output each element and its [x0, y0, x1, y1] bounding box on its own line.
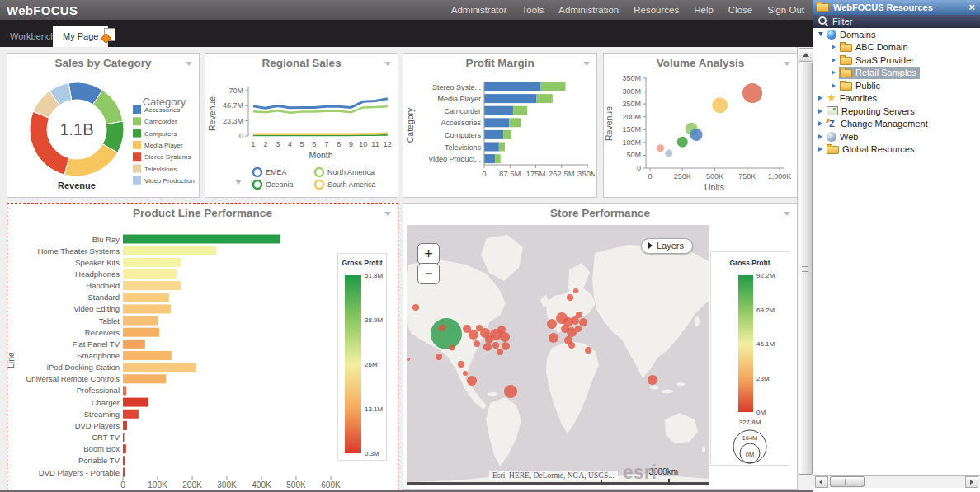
svg-text:Accessories: Accessories: [441, 119, 481, 127]
expand-arrow-icon[interactable]: [818, 109, 826, 114]
folder-icon: [840, 44, 852, 52]
legend-title: Gross Profit: [711, 259, 789, 267]
svg-text:150M: 150M: [622, 125, 641, 134]
layers-button[interactable]: Layers: [641, 238, 693, 254]
map-zoom-out-button[interactable]: −: [417, 263, 440, 284]
panel-menu-arrow[interactable]: [186, 62, 192, 66]
tree-item-global-resources[interactable]: Global Resources: [813, 143, 980, 157]
svg-text:70M: 70M: [229, 87, 243, 95]
layers-arrow-icon: [648, 242, 653, 249]
menu-item-administrator[interactable]: Administrator: [451, 5, 507, 15]
close-icon[interactable]: ×: [968, 2, 975, 12]
panel-title: Profit Margin: [403, 57, 596, 69]
svg-text:Revenue: Revenue: [207, 96, 217, 131]
svg-text:1.1B: 1.1B: [59, 120, 93, 138]
scroll-left-button[interactable]: [815, 476, 828, 488]
tree-item-label: Global Resources: [842, 144, 914, 154]
resources-panel-title: WebFOCUS Resources: [833, 2, 933, 12]
scroll-right-button[interactable]: [965, 476, 978, 488]
horizontal-scrollbar[interactable]: [813, 475, 980, 488]
tree-item-retail-samples[interactable]: Retail Samples: [813, 67, 980, 80]
svg-text:87.5M: 87.5M: [499, 169, 521, 178]
regional-sales-chart[interactable]: 023.3M46.7M70M123456789101112RevenueMont…: [205, 74, 396, 194]
svg-text:12: 12: [384, 139, 393, 148]
tree-item-label: SaaS Provider: [855, 55, 914, 65]
scrollbar-thumb[interactable]: [830, 476, 865, 487]
gross-profit-map-legend: Gross Profit92.2M69.2M46.1M23M0M327.8M16…: [710, 251, 789, 466]
expand-arrow-icon[interactable]: [832, 45, 839, 49]
globe-blue-icon: [827, 30, 836, 40]
filter-bar[interactable]: Filter: [813, 15, 980, 28]
menu-item-sign-out[interactable]: Sign Out: [767, 5, 804, 15]
panel-store-performance: Store Performance + − Layers 3000km 2000…: [403, 203, 798, 490]
svg-text:9: 9: [349, 139, 353, 148]
svg-text:10: 10: [359, 139, 368, 148]
gross-profit-legend: Gross Profit51.8M38.9M26M13.1M0.3M: [337, 253, 387, 461]
svg-text:600K: 600K: [321, 480, 341, 490]
panel-menu-arrow[interactable]: [384, 212, 391, 216]
menu-item-close[interactable]: Close: [728, 5, 752, 15]
menu-item-resources[interactable]: Resources: [634, 5, 679, 15]
tree-item-web[interactable]: Web: [813, 130, 980, 143]
svg-text:350M: 350M: [622, 74, 641, 82]
panel-menu-arrow[interactable]: [784, 212, 790, 216]
svg-text:200M: 200M: [622, 113, 641, 121]
menu-item-administration[interactable]: Administration: [558, 5, 619, 15]
dashboard-area: Sales by Category 1.1BRevenueCategoryAcc…: [0, 47, 797, 492]
svg-text:Media Player: Media Player: [437, 95, 481, 103]
new-page-icon[interactable]: [104, 28, 115, 41]
volume-analysis-chart[interactable]: 050M100M150M200M250M300M350M0250K500K750…: [604, 74, 795, 194]
svg-text:Handheld: Handheld: [86, 281, 120, 290]
map-canvas[interactable]: + − Layers 3000km 2000mi Esri, HERE, DeL…: [407, 225, 709, 485]
collapse-arrow-icon[interactable]: [818, 32, 826, 36]
star-icon: ★: [827, 93, 836, 103]
legend-tick-label: 13.1M: [365, 405, 383, 413]
svg-text:1,000K: 1,000K: [768, 172, 792, 180]
svg-text:Units: Units: [704, 182, 724, 192]
tab-my-page[interactable]: My Page: [53, 26, 108, 47]
tree-item-abc-domain[interactable]: ABC Domain: [813, 41, 980, 54]
expand-arrow-icon[interactable]: [818, 147, 826, 152]
top-menu: AdministratorToolsAdministrationResource…: [451, 5, 804, 15]
tree-item-saas-provider[interactable]: SaaS Provider: [813, 54, 980, 67]
svg-text:7: 7: [324, 139, 328, 148]
svg-text:23.3M: 23.3M: [223, 117, 243, 125]
expand-arrow-icon[interactable]: [818, 134, 826, 139]
tree-item-change-management[interactable]: Change Management: [813, 118, 980, 131]
panel-menu-arrow[interactable]: [784, 62, 790, 66]
svg-text:0: 0: [120, 480, 125, 490]
svg-text:750K: 750K: [738, 172, 756, 180]
expand-arrow-icon[interactable]: [818, 121, 826, 126]
profit-margin-chart[interactable]: Stereo Syste...Media PlayerCamcorderAcce…: [403, 74, 595, 194]
folder-icon: [817, 3, 829, 12]
tree-item-public[interactable]: Public: [813, 79, 980, 92]
svg-text:0: 0: [239, 132, 243, 140]
svg-text:Speaker Kits: Speaker Kits: [75, 258, 120, 267]
vertical-scrollbar[interactable]: [797, 47, 813, 492]
scrollbar-thumb[interactable]: [799, 63, 813, 475]
menu-item-help[interactable]: Help: [694, 5, 714, 15]
panel-menu-arrow[interactable]: [384, 62, 391, 66]
tree-item-domains[interactable]: Domains: [813, 28, 980, 41]
expand-arrow-icon[interactable]: [832, 70, 839, 75]
map-zoom-in-button[interactable]: +: [417, 243, 440, 265]
legend-tick-label: 26M: [365, 361, 378, 368]
sales-by-category-chart[interactable]: 1.1BRevenueCategoryAccessoriesCamcorderC…: [7, 74, 197, 194]
svg-text:Oceania: Oceania: [266, 180, 294, 189]
svg-text:164M: 164M: [742, 434, 758, 442]
svg-text:Revenue: Revenue: [604, 106, 614, 141]
expand-arrow-icon[interactable]: [818, 96, 826, 101]
legend-tick-label: 0.3M: [365, 450, 379, 457]
svg-text:Streaming: Streaming: [84, 410, 120, 419]
expand-arrow-icon[interactable]: [832, 83, 839, 88]
svg-text:Line: Line: [7, 352, 16, 368]
tree-item-favorites[interactable]: ★Favorites: [813, 92, 980, 105]
tree-item-reporting-servers[interactable]: Reporting Servers: [813, 105, 980, 118]
menu-item-tools[interactable]: Tools: [521, 5, 544, 15]
world-map: [407, 225, 709, 485]
svg-text:Headphones: Headphones: [75, 269, 120, 279]
expand-arrow-icon[interactable]: [832, 58, 839, 63]
panel-menu-arrow[interactable]: [583, 62, 590, 66]
panel-title: Volume Analysis: [604, 57, 797, 69]
scroll-up-button[interactable]: [799, 48, 813, 62]
